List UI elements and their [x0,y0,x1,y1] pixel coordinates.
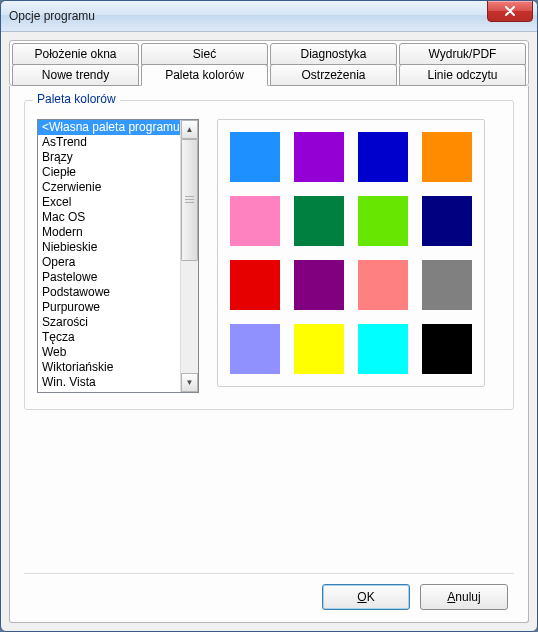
color-swatch[interactable] [422,324,472,374]
tabs-row-2: Nowe trendy Paleta kolorów Ostrzeżenia L… [12,64,526,85]
scroll-up-button[interactable]: ▲ [181,120,198,139]
titlebar: Opcje programu [1,1,537,32]
tab-color-palette[interactable]: Paleta kolorów [141,64,268,86]
tab-print-pdf[interactable]: Wydruk/PDF [399,43,526,65]
chevron-down-icon: ▼ [186,378,194,387]
tab-panel: Paleta kolorów <Własna paleta programu>A… [9,86,529,623]
color-swatch[interactable] [422,196,472,246]
chevron-up-icon: ▲ [186,125,194,134]
list-item[interactable]: Excel [38,195,180,210]
color-swatch[interactable] [294,196,344,246]
list-item[interactable]: Opera [38,255,180,270]
scroll-thumb[interactable] [181,139,198,261]
ok-button[interactable]: OK [322,584,410,610]
color-swatch[interactable] [422,260,472,310]
swatches-grid [230,132,472,374]
list-item[interactable]: Win. Vista [38,375,180,390]
window-title: Opcje programu [9,9,487,23]
groupbox-title: Paleta kolorów [33,92,120,106]
scrollbar[interactable]: ▲ ▼ [180,120,198,392]
list-item[interactable]: Brązy [38,150,180,165]
palette-listbox[interactable]: <Własna paleta programu>AsTrendBrązyCiep… [37,119,199,393]
color-swatch[interactable] [230,324,280,374]
tab-readout-lines[interactable]: Linie odczytu [399,64,526,86]
color-swatch[interactable] [358,324,408,374]
tabs-area: Położenie okna Sieć Diagnostyka Wydruk/P… [9,40,529,86]
list-item[interactable]: Czerwienie [38,180,180,195]
list-item[interactable]: Tęcza [38,330,180,345]
tab-new-trends[interactable]: Nowe trendy [12,64,139,86]
scroll-track[interactable] [181,139,198,373]
dialog-content: Położenie okna Sieć Diagnostyka Wydruk/P… [1,32,537,631]
color-swatch[interactable] [294,260,344,310]
color-swatch[interactable] [230,260,280,310]
tab-window-position[interactable]: Położenie okna [12,43,139,65]
close-button[interactable] [487,0,533,22]
list-item[interactable]: Mac OS [38,210,180,225]
list-item[interactable]: Ciepłe [38,165,180,180]
tab-warnings[interactable]: Ostrzeżenia [270,64,397,86]
color-swatch[interactable] [358,260,408,310]
list-item[interactable]: <Własna paleta programu> [38,120,180,135]
list-item[interactable]: Niebieskie [38,240,180,255]
cancel-button[interactable]: Anuluj [420,584,508,610]
close-icon [505,6,515,16]
dialog-button-bar: OK Anuluj [24,573,514,614]
color-swatch[interactable] [422,132,472,182]
color-swatch[interactable] [358,132,408,182]
tab-diagnostics[interactable]: Diagnostyka [270,43,397,65]
palette-listbox-items: <Własna paleta programu>AsTrendBrązyCiep… [38,120,180,392]
list-item[interactable]: Podstawowe [38,285,180,300]
palette-groupbox: Paleta kolorów <Własna paleta programu>A… [24,100,514,410]
palette-row: <Własna paleta programu>AsTrendBrązyCiep… [37,119,501,393]
tabs-row-1: Położenie okna Sieć Diagnostyka Wydruk/P… [12,43,526,64]
list-item[interactable]: Szarości [38,315,180,330]
list-item[interactable]: AsTrend [38,135,180,150]
list-item[interactable]: Modern [38,225,180,240]
color-swatch[interactable] [294,324,344,374]
color-swatch[interactable] [230,132,280,182]
list-item[interactable]: Web [38,345,180,360]
list-item[interactable]: Wiktoriańskie [38,360,180,375]
color-swatch[interactable] [230,196,280,246]
color-swatch[interactable] [358,196,408,246]
color-swatch[interactable] [294,132,344,182]
options-dialog: Opcje programu Położenie okna Sieć Diagn… [0,0,538,632]
list-item[interactable]: Pastelowe [38,270,180,285]
swatches-panel [217,119,485,387]
tab-network[interactable]: Sieć [141,43,268,65]
list-item[interactable]: Purpurowe [38,300,180,315]
scroll-down-button[interactable]: ▼ [181,373,198,392]
